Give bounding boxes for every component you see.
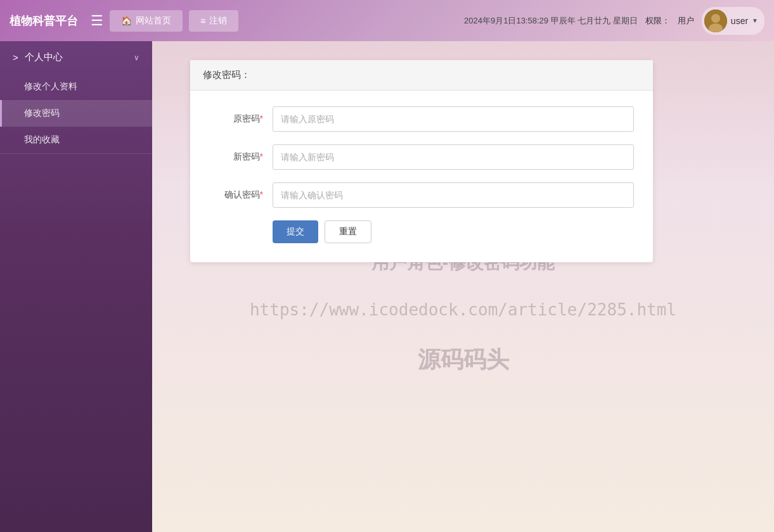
permission-label: 权限： — [645, 15, 670, 27]
new-password-row: 新密码* — [209, 144, 634, 170]
chevron-down-icon: ▼ — [752, 17, 758, 24]
app-logo: 植物科普平台 — [10, 13, 78, 28]
logout-icon: ≡ — [200, 16, 205, 26]
old-password-required: * — [260, 113, 263, 124]
user-dropdown-button[interactable]: user ▼ — [702, 7, 764, 35]
confirm-password-label: 确认密码* — [209, 189, 273, 201]
confirm-password-row: 确认密码* — [209, 182, 634, 208]
menu-icon: ☰ — [91, 13, 103, 28]
sidebar-item-label: 修改密码 — [24, 108, 60, 118]
sidebar-section-header[interactable]: > 个人中心 ∨ — [0, 41, 152, 73]
new-password-label: 新密码* — [209, 151, 273, 163]
sidebar-item-label: 修改个人资料 — [24, 81, 77, 91]
logout-button[interactable]: ≡ 注销 — [189, 10, 238, 32]
home-label: 网站首页 — [136, 15, 171, 27]
old-password-row: 原密码* — [209, 106, 634, 132]
sidebar: > 个人中心 ∨ 修改个人资料 修改密码 我的收藏 — [0, 41, 152, 532]
menu-toggle-button[interactable]: ☰ — [91, 13, 103, 29]
form-card-body: 原密码* 新密码* 确认密码* 提交 — [190, 91, 653, 262]
app-header: 植物科普平台 ☰ 🏠 网站首页 ≡ 注销 2024年9月1日13:58:29 甲… — [0, 0, 774, 41]
user-avatar — [704, 10, 727, 32]
sidebar-item-favorites[interactable]: 我的收藏 — [0, 127, 152, 153]
sidebar-section-personal: > 个人中心 ∨ 修改个人资料 修改密码 我的收藏 — [0, 41, 152, 154]
form-buttons: 提交 重置 — [273, 220, 634, 246]
form-card-title: 修改密码： — [190, 60, 653, 91]
sidebar-item-label: 我的收藏 — [24, 134, 60, 144]
body-layout: > 个人中心 ∨ 修改个人资料 修改密码 我的收藏 SSM在线植物宣传介绍推广科… — [0, 41, 774, 532]
old-password-input[interactable] — [273, 106, 634, 132]
svg-point-1 — [711, 14, 720, 23]
main-nav: 🏠 网站首页 ≡ 注销 — [110, 10, 464, 32]
submit-button[interactable]: 提交 — [273, 220, 318, 243]
old-password-label: 原密码* — [209, 113, 273, 125]
sidebar-chevron-icon: ∨ — [134, 53, 139, 62]
sidebar-item-edit-profile[interactable]: 修改个人资料 — [0, 73, 152, 100]
logout-label: 注销 — [209, 15, 227, 27]
watermark-url: https://www.icodedock.com/article/2285.h… — [250, 300, 676, 319]
watermark-line3: 源码码头 — [418, 345, 509, 376]
change-password-form-card: 修改密码： 原密码* 新密码* 确认密码* — [190, 60, 653, 262]
home-icon: 🏠 — [121, 16, 132, 26]
reset-button[interactable]: 重置 — [325, 220, 371, 243]
sidebar-item-change-password[interactable]: 修改密码 — [0, 100, 152, 127]
new-password-input[interactable] — [273, 144, 634, 170]
header-right: 2024年9月1日13:58:29 甲辰年 七月廿九 星期日 权限： 用户 us… — [464, 7, 764, 35]
datetime-display: 2024年9月1日13:58:29 甲辰年 七月廿九 星期日 — [464, 15, 638, 27]
sidebar-section-left: > 个人中心 — [13, 51, 63, 63]
sidebar-section-label: 个人中心 — [25, 51, 63, 63]
confirm-password-required: * — [260, 189, 263, 200]
new-password-required: * — [260, 151, 263, 162]
username-label: user — [731, 16, 748, 26]
permission-value: 用户 — [678, 15, 694, 27]
confirm-password-input[interactable] — [273, 182, 634, 208]
sidebar-expand-icon: > — [13, 52, 18, 63]
main-content: SSM在线植物宣传介绍推广科普平台 用户角色-修改密码功能 https://ww… — [152, 41, 774, 532]
home-button[interactable]: 🏠 网站首页 — [110, 10, 183, 32]
